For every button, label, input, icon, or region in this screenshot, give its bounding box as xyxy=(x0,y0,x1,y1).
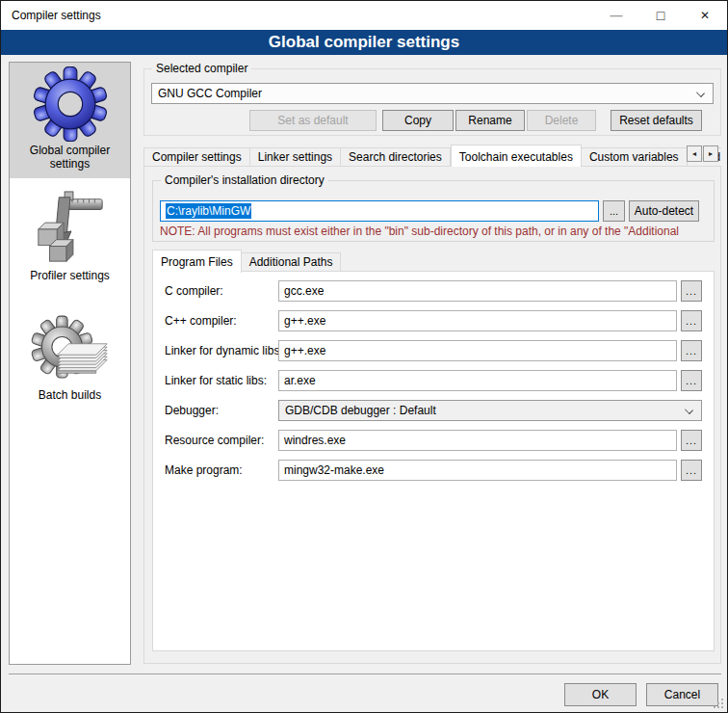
sidebar-item-label: Batch builds xyxy=(35,386,105,406)
installation-directory-input[interactable]: C:\raylib\MinGW xyxy=(160,200,599,222)
tab-scroll-left-icon[interactable]: ◂ xyxy=(687,145,702,162)
c-compiler-browse-button[interactable]: ... xyxy=(681,280,702,302)
field-label: C++ compiler: xyxy=(165,310,237,331)
field-row: Debugger: GDB/CDB debugger : Default xyxy=(153,400,715,421)
set-as-default-button: Set as default xyxy=(249,110,377,131)
cpp-compiler-input[interactable]: g++.exe xyxy=(278,310,677,331)
field-row: Resource compiler: windres.exe ... xyxy=(153,430,715,451)
sidebar-item-label: Profiler settings xyxy=(26,267,114,286)
compiler-settings-dialog: Compiler settings — □ ✕ Global compiler … xyxy=(0,0,728,713)
field-label: Linker for dynamic libs: xyxy=(165,340,283,361)
maximize-icon[interactable]: □ xyxy=(638,1,683,29)
program-files-tabs: Program Files Additional Paths xyxy=(152,250,715,272)
window-controls: — □ ✕ xyxy=(594,1,727,29)
footer-separator xyxy=(9,673,721,674)
tab-scroll-buttons: ◂ ▸ xyxy=(686,145,718,162)
page-title: Global compiler settings xyxy=(1,30,727,55)
field-row: Linker for static libs: ar.exe ... xyxy=(153,370,715,391)
selected-compiler-select[interactable]: GNU GCC Compiler xyxy=(151,83,714,104)
make-program-browse-button[interactable]: ... xyxy=(681,460,702,481)
static-linker-browse-button[interactable]: ... xyxy=(681,370,702,391)
browse-directory-button[interactable]: ... xyxy=(603,200,625,222)
toolchain-executables-page: Compiler's installation directory C:\ray… xyxy=(143,166,721,664)
settings-category-list: Global compiler settings xyxy=(9,62,131,665)
chevron-down-icon xyxy=(696,89,705,97)
installation-directory-legend: Compiler's installation directory xyxy=(161,173,328,187)
delete-button: Delete xyxy=(527,110,596,131)
minimize-icon[interactable]: — xyxy=(594,1,638,29)
close-icon[interactable]: ✕ xyxy=(683,1,727,29)
cancel-button[interactable]: Cancel xyxy=(646,683,718,706)
field-label: Make program: xyxy=(165,460,243,481)
copy-button[interactable]: Copy xyxy=(382,110,454,131)
field-label: C compiler: xyxy=(165,280,223,302)
make-program-input[interactable]: mingw32-make.exe xyxy=(278,460,677,481)
sidebar-item-batch-builds[interactable]: Batch builds xyxy=(10,305,130,411)
field-row: Linker for dynamic libs: g++.exe ... xyxy=(153,340,715,361)
blue-gear-icon xyxy=(33,66,108,142)
rename-button[interactable]: Rename xyxy=(455,110,525,131)
tab-linker-settings[interactable]: Linker settings xyxy=(250,147,341,167)
selected-compiler-legend: Selected compiler xyxy=(152,62,251,75)
cpp-compiler-browse-button[interactable]: ... xyxy=(681,310,702,331)
field-row: C compiler: gcc.exe ... xyxy=(153,280,715,302)
tab-compiler-settings[interactable]: Compiler settings xyxy=(143,147,250,167)
resource-compiler-input[interactable]: windres.exe xyxy=(278,430,677,451)
caliper-icon xyxy=(31,190,110,267)
gray-gear-stack-icon xyxy=(30,311,111,386)
tab-toolchain-executables[interactable]: Toolchain executables xyxy=(451,145,582,167)
dynamic-linker-browse-button[interactable]: ... xyxy=(681,340,702,361)
sidebar-item-profiler-settings[interactable]: Profiler settings xyxy=(10,184,130,292)
reset-defaults-button[interactable]: Reset defaults xyxy=(611,110,702,131)
chevron-down-icon xyxy=(685,406,693,414)
program-files-page: C compiler: gcc.exe ... C++ compiler: g+… xyxy=(152,271,715,651)
titlebar: Compiler settings — □ ✕ xyxy=(1,1,727,30)
tab-program-files[interactable]: Program Files xyxy=(152,250,242,273)
tab-search-directories[interactable]: Search directories xyxy=(341,147,451,167)
field-label: Resource compiler: xyxy=(165,430,264,451)
dynamic-linker-input[interactable]: g++.exe xyxy=(278,340,677,361)
sidebar-item-label: Global compiler settings xyxy=(10,142,130,174)
field-label: Linker for static libs: xyxy=(165,370,267,391)
debugger-select[interactable]: GDB/CDB debugger : Default xyxy=(278,400,702,421)
installation-directory-group: Compiler's installation directory C:\ray… xyxy=(152,180,715,242)
resource-compiler-browse-button[interactable]: ... xyxy=(681,430,702,451)
sidebar-item-global-compiler-settings[interactable]: Global compiler settings xyxy=(10,63,130,178)
c-compiler-input[interactable]: gcc.exe xyxy=(278,280,677,302)
ok-button[interactable]: OK xyxy=(564,683,637,706)
compiler-tabs: Compiler settings Linker settings Search… xyxy=(143,144,721,167)
auto-detect-button[interactable]: Auto-detect xyxy=(629,200,699,222)
tab-custom-variables[interactable]: Custom variables xyxy=(582,147,688,167)
static-linker-input[interactable]: ar.exe xyxy=(278,370,677,391)
bin-subdirectory-note: NOTE: All programs must exist either in … xyxy=(160,224,711,238)
window-title: Compiler settings xyxy=(12,1,101,30)
field-row: Make program: mingw32-make.exe ... xyxy=(153,460,715,481)
resize-grip[interactable] xyxy=(712,697,725,710)
tab-additional-paths[interactable]: Additional Paths xyxy=(242,252,342,272)
field-row: C++ compiler: g++.exe ... xyxy=(153,310,715,331)
tab-scroll-right-icon[interactable]: ▸ xyxy=(703,145,718,162)
field-label: Debugger: xyxy=(165,400,219,421)
